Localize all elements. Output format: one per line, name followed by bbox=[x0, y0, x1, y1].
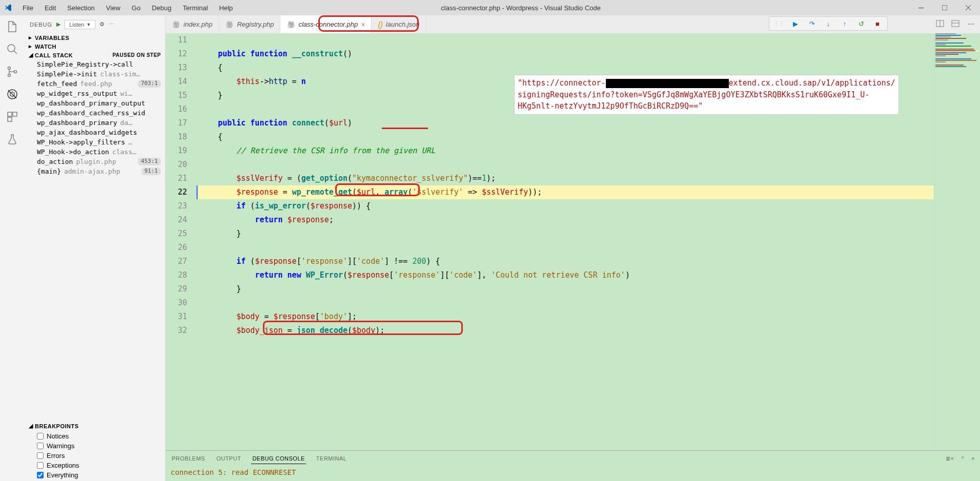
debug-config-select[interactable]: Listen ▼ bbox=[65, 20, 95, 29]
menu-view[interactable]: View bbox=[104, 3, 122, 13]
svg-rect-10 bbox=[8, 117, 12, 121]
panel-tab-terminal[interactable]: TERMINAL bbox=[315, 453, 348, 464]
debug-icon[interactable] bbox=[6, 88, 18, 100]
search-icon[interactable] bbox=[6, 43, 18, 55]
stack-frame[interactable]: wp_widget_rss_outputwi… bbox=[25, 89, 165, 98]
minimize-button[interactable] bbox=[909, 0, 933, 15]
minimap[interactable] bbox=[934, 33, 980, 450]
debug-settings-icon[interactable]: ⚙ bbox=[99, 21, 105, 28]
extensions-icon[interactable] bbox=[6, 111, 18, 123]
stack-frame[interactable]: wp_ajax_dashboard_widgets bbox=[25, 128, 165, 137]
panel-tab-output[interactable]: OUTPUT bbox=[215, 453, 242, 464]
svg-point-5 bbox=[14, 71, 17, 73]
debug-header: DEBUG ▶ Listen ▼ ⚙ ⋯ bbox=[25, 15, 165, 33]
editor-area: 🐘index.php 🐘Registry.php 🐘class-connecto… bbox=[166, 15, 980, 481]
stack-frame[interactable]: do_actionplugin.php453:1 bbox=[25, 157, 165, 166]
stack-frame[interactable]: SimplePie->initclass-sim… bbox=[25, 69, 165, 79]
menu-debug[interactable]: Debug bbox=[150, 3, 173, 13]
step-over-button[interactable]: ↷ bbox=[804, 17, 820, 30]
panel-tab-debugconsole[interactable]: DEBUG CONSOLE bbox=[251, 453, 305, 464]
svg-point-4 bbox=[8, 74, 11, 77]
panel-tab-problems[interactable]: PROBLEMS bbox=[171, 453, 206, 464]
close-panel-icon[interactable]: × bbox=[971, 455, 975, 462]
stack-frame[interactable]: wp_dashboard_primary_output bbox=[25, 98, 165, 108]
section-watch[interactable]: ▸WATCH bbox=[25, 42, 165, 51]
testing-icon[interactable] bbox=[6, 133, 18, 145]
bottom-panel: PROBLEMS OUTPUT DEBUG CONSOLE TERMINAL ≣… bbox=[166, 450, 980, 481]
svg-rect-0 bbox=[918, 8, 924, 8]
menu-terminal[interactable]: Terminal bbox=[180, 3, 210, 13]
menu-bar: File Edit Selection View Go Debug Termin… bbox=[21, 3, 235, 13]
json-icon: {} bbox=[378, 20, 382, 29]
vscode-icon bbox=[4, 4, 12, 12]
svg-rect-9 bbox=[13, 112, 17, 116]
menu-selection[interactable]: Selection bbox=[65, 3, 96, 13]
debug-more-icon[interactable]: ⋯ bbox=[109, 21, 114, 28]
code-editor[interactable]: 11 12 13 14 15 16 17 18 19 20 21 22 23 2… bbox=[166, 33, 980, 450]
tab-index[interactable]: 🐘index.php bbox=[166, 15, 219, 33]
section-callstack[interactable]: ◢CALL STACKPAUSED ON STEP bbox=[25, 51, 165, 59]
stack-frame[interactable]: WP_Hook->apply_filters… bbox=[25, 137, 165, 147]
more-actions-icon[interactable]: ⋯ bbox=[966, 18, 976, 29]
php-icon: 🐘 bbox=[225, 20, 234, 29]
svg-point-2 bbox=[8, 45, 15, 52]
svg-rect-1 bbox=[942, 5, 947, 10]
breakpoint-checkbox[interactable] bbox=[37, 433, 44, 440]
line-gutter: 11 12 13 14 15 16 17 18 19 20 21 22 23 2… bbox=[166, 33, 196, 450]
breakpoint-item[interactable]: Errors bbox=[25, 451, 165, 461]
stop-button[interactable]: ■ bbox=[870, 17, 885, 30]
menu-help[interactable]: Help bbox=[217, 3, 235, 13]
breakpoint-checkbox[interactable] bbox=[37, 472, 44, 478]
stack-frame[interactable]: WP_Hook->do_actionclass… bbox=[25, 147, 165, 157]
breakpoint-item[interactable]: Warnings bbox=[25, 441, 165, 451]
menu-file[interactable]: File bbox=[21, 3, 35, 13]
panel-tabs: PROBLEMS OUTPUT DEBUG CONSOLE TERMINAL ≣… bbox=[166, 451, 980, 466]
section-breakpoints[interactable]: ◢BREAKPOINTS bbox=[25, 422, 165, 430]
maximize-panel-icon[interactable]: ^ bbox=[961, 455, 964, 462]
explorer-icon[interactable] bbox=[6, 20, 18, 33]
continue-button[interactable]: ▶ bbox=[788, 17, 803, 30]
svg-rect-12 bbox=[952, 20, 959, 27]
breakpoint-item[interactable]: Notices bbox=[25, 431, 165, 441]
close-button[interactable] bbox=[956, 0, 980, 15]
split-editor-icon[interactable] bbox=[935, 18, 945, 29]
stack-frame[interactable]: SimplePie_Registry->call bbox=[25, 59, 165, 69]
title-bar: File Edit Selection View Go Debug Termin… bbox=[0, 0, 980, 15]
breakpoint-checkbox[interactable] bbox=[37, 452, 44, 459]
stack-frame[interactable]: wp_dashboard_primaryda… bbox=[25, 118, 165, 128]
tab-registry[interactable]: 🐘Registry.php bbox=[219, 15, 280, 33]
layout-icon[interactable] bbox=[950, 18, 961, 29]
maximize-button[interactable] bbox=[933, 0, 956, 15]
step-into-button[interactable]: ↓ bbox=[821, 17, 836, 30]
debug-console-output: connection 5: read ECONNRESET bbox=[166, 466, 980, 481]
stack-frame[interactable]: {main}admin-ajax.php91:1 bbox=[25, 166, 165, 176]
debug-hover-tooltip: "https://connector-extend.cx.cloud.sap/v… bbox=[514, 75, 899, 115]
menu-go[interactable]: Go bbox=[130, 3, 142, 13]
menu-edit[interactable]: Edit bbox=[43, 3, 58, 13]
section-variables[interactable]: ▸VARIABLES bbox=[25, 33, 165, 42]
activity-bar bbox=[0, 15, 25, 481]
debug-sidebar: DEBUG ▶ Listen ▼ ⚙ ⋯ ▸VARIABLES ▸WATCH ◢… bbox=[25, 15, 166, 481]
breakpoint-checkbox[interactable] bbox=[37, 443, 44, 449]
step-out-button[interactable]: ↑ bbox=[837, 17, 852, 30]
stack-frame[interactable]: wp_dashboard_cached_rss_wid bbox=[25, 108, 165, 118]
call-stack-list: SimplePie_Registry->call SimplePie->init… bbox=[25, 59, 165, 176]
breakpoint-item[interactable]: Everything bbox=[25, 470, 165, 480]
window-title: class-connector.php - Wordpress - Visual… bbox=[441, 4, 601, 12]
tab-launch-json[interactable]: {}launch.json bbox=[372, 15, 426, 33]
debug-drag-handle[interactable]: ⋮⋮ bbox=[771, 17, 787, 30]
source-control-icon[interactable] bbox=[6, 66, 18, 78]
breakpoint-item[interactable]: Exceptions bbox=[25, 461, 165, 470]
debug-start-button[interactable]: ▶ bbox=[56, 21, 60, 28]
svg-point-3 bbox=[8, 67, 11, 70]
stack-frame[interactable]: fetch_feedfeed.php703:1 bbox=[25, 79, 165, 89]
breakpoint-checkbox[interactable] bbox=[37, 462, 44, 469]
breakpoints-list: Notices Warnings Errors Exceptions Every… bbox=[25, 430, 165, 481]
tab-close-icon[interactable]: × bbox=[361, 20, 365, 29]
restart-button[interactable]: ↺ bbox=[853, 17, 869, 30]
clear-console-icon[interactable]: ≣× bbox=[946, 455, 954, 462]
tab-class-connector[interactable]: 🐘class-connector.php× bbox=[280, 15, 372, 33]
debug-toolbar[interactable]: ⋮⋮ ▶ ↷ ↓ ↑ ↺ ■ bbox=[769, 16, 888, 31]
debug-label: DEBUG bbox=[30, 22, 52, 28]
php-icon: 🐘 bbox=[172, 20, 180, 29]
